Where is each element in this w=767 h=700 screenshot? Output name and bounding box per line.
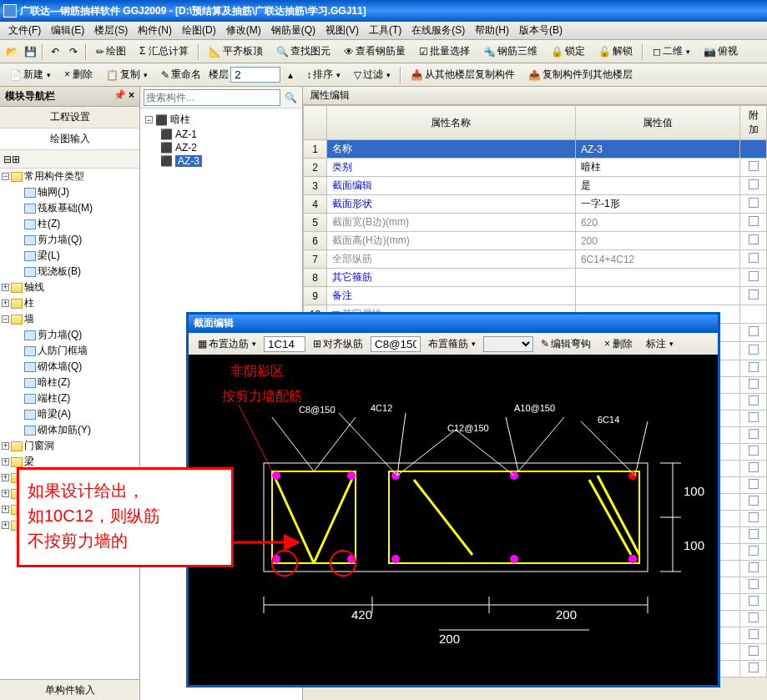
prop-row-9[interactable]: 9备注 — [304, 287, 767, 305]
redo-icon[interactable]: ↷ — [65, 43, 82, 60]
nav-section-single[interactable]: 单构件输入 — [0, 680, 139, 700]
tree-root[interactable]: −常用构件类型 — [0, 169, 139, 184]
instance-az1[interactable]: ⬛ AZ-1 — [144, 128, 299, 141]
expand-all-icon[interactable]: ⊟⊞ — [3, 154, 20, 165]
menu-edit[interactable]: 编辑(E) — [46, 22, 89, 39]
dim-100b: 100 — [684, 538, 704, 552]
tree-wall-endcolumn[interactable]: 端柱(Z) — [0, 390, 139, 406]
tree-cat-axis[interactable]: +轴线 — [0, 279, 139, 295]
tree-cat-wall[interactable]: −墙 — [0, 311, 139, 327]
rebar3d-button[interactable]: 🔩 钢筋三维 — [477, 42, 543, 61]
tree-item-slab[interactable]: 现浇板(B) — [0, 264, 139, 279]
prop-row-1[interactable]: 1名称AZ-3 — [304, 140, 767, 159]
prop-row-2[interactable]: 2类别暗柱 — [304, 159, 767, 177]
prop-row-6[interactable]: 6截面高(H边)(mm)200 — [304, 232, 767, 250]
copy-to-floor-button[interactable]: 📤 复制构件到其他楼层 — [522, 65, 638, 84]
copy-from-floor-button[interactable]: 📥 从其他楼层复制构件 — [405, 65, 521, 84]
menu-tools[interactable]: 工具(T) — [364, 22, 406, 39]
label-c12mid: C12@150 — [447, 423, 489, 433]
tree-item-grid[interactable]: 轴网(J) — [0, 184, 139, 200]
main-menubar: 文件(F) 编辑(E) 楼层(S) 构件(N) 绘图(D) 修改(M) 钢筋量(… — [0, 22, 767, 40]
floor-input[interactable] — [230, 67, 280, 83]
menu-floor[interactable]: 楼层(S) — [89, 22, 133, 39]
menu-version[interactable]: 版本号(B) — [514, 22, 568, 39]
menu-view[interactable]: 视图(V) — [320, 22, 364, 39]
floor-up-icon[interactable]: ▴ — [282, 67, 299, 83]
tree-item-column[interactable]: 柱(Z) — [0, 216, 139, 232]
instance-az2[interactable]: ⬛ AZ-2 — [144, 141, 299, 154]
svg-line-26 — [456, 430, 514, 476]
tree-item-raft[interactable]: 筏板基础(M) — [0, 200, 139, 216]
tree-wall-hiddenbeam[interactable]: 暗梁(A) — [0, 406, 139, 422]
label-a10: A10@150 — [514, 403, 555, 413]
tree-item-beam[interactable]: 梁(L) — [0, 248, 139, 264]
draw-button[interactable]: ✏ 绘图 — [90, 42, 132, 61]
align-rebar-input[interactable] — [371, 336, 421, 352]
dim-200: 200 — [556, 607, 577, 622]
view-rebar-button[interactable]: 👁 查看钢筋量 — [338, 42, 411, 61]
nav-section-engineering[interactable]: 工程设置 — [0, 107, 139, 128]
unlock-button[interactable]: 🔓 解锁 — [593, 42, 638, 61]
tree-wall-masonry[interactable]: 砌体墙(Q) — [0, 359, 139, 375]
svg-line-5 — [314, 471, 356, 563]
window-titlebar: 广联达—钢筋抽样软件 GGJ2009 - [D:\预结算及抽筋\广联达抽筋\学习… — [0, 0, 767, 22]
tree-wall-shear[interactable]: 剪力墙(Q) — [0, 327, 139, 343]
prop-row-4[interactable]: 4截面形状一字-1形 — [304, 195, 767, 214]
nav-section-draw[interactable]: 绘图输入 — [0, 128, 139, 150]
col-propname: 属性名称 — [327, 106, 576, 140]
new-button[interactable]: 📄 新建 — [3, 65, 57, 84]
search-input[interactable] — [144, 89, 280, 106]
pin-icon[interactable]: 📌 × — [114, 89, 134, 103]
svg-point-17 — [510, 555, 518, 563]
menu-component[interactable]: 构件(N) — [133, 22, 177, 39]
tree-item-shearwall[interactable]: 剪力墙(Q) — [0, 232, 139, 248]
edge-rebar-input[interactable] — [264, 336, 305, 352]
delete-button[interactable]: × 删除 — [58, 65, 98, 84]
find-button[interactable]: 🔍 查找图元 — [270, 42, 336, 61]
menu-draw[interactable]: 绘图(D) — [177, 22, 221, 39]
prop-row-7[interactable]: 7全部纵筋6C14+4C12 — [304, 250, 767, 269]
dim-100a: 100 — [684, 484, 704, 498]
lock-button[interactable]: 🔒 锁定 — [545, 42, 591, 61]
save-icon[interactable]: 💾 — [22, 43, 38, 60]
tree-wall-defense[interactable]: 人防门框墙 — [0, 343, 139, 359]
align-rebar-button[interactable]: ⊞ 对齐纵筋 — [307, 335, 369, 354]
tree-cat-column[interactable]: +柱 — [0, 295, 139, 311]
undo-icon[interactable]: ↶ — [47, 43, 63, 60]
filter-button[interactable]: ▽ 过滤 — [348, 65, 396, 84]
edit-hook-button[interactable]: ✎ 编辑弯钩 — [535, 335, 597, 354]
menu-file[interactable]: 文件(F) — [3, 22, 46, 39]
hoop-select[interactable] — [483, 336, 533, 352]
prop-row-5[interactable]: 5截面宽(B边)(mm)620 — [304, 214, 767, 232]
copy-button[interactable]: 📋 复制 — [100, 65, 154, 84]
menu-rebar[interactable]: 钢筋量(Q) — [266, 22, 320, 39]
tree-wall-masonryrebar[interactable]: 砌体加筋(Y) — [0, 422, 139, 438]
instance-root[interactable]: − ⬛ 暗柱 — [144, 112, 299, 128]
tree-wall-hiddencolumn[interactable]: 暗柱(Z) — [0, 375, 139, 390]
annotate-button[interactable]: 标注 — [640, 335, 679, 354]
se-delete-button[interactable]: × 删除 — [598, 335, 638, 354]
topview-button[interactable]: 📷 俯视 — [698, 42, 744, 61]
batch-select-button[interactable]: ☑ 批量选择 — [413, 42, 476, 61]
sort-button[interactable]: ↕ 排序 — [300, 65, 346, 84]
prop-row-3[interactable]: 3截面编辑是 — [304, 177, 767, 195]
search-icon[interactable]: 🔍 — [282, 89, 299, 106]
calc-button[interactable]: Σ 汇总计算 — [134, 42, 194, 61]
svg-line-7 — [589, 480, 631, 555]
instance-az3[interactable]: ⬛ AZ-3 — [144, 154, 299, 168]
edge-rebar-button[interactable]: ▦ 布置边筋 — [192, 335, 262, 354]
svg-line-0 — [239, 405, 272, 471]
menu-help[interactable]: 帮助(H) — [470, 22, 514, 39]
hoop-button[interactable]: 布置箍筋 — [422, 335, 482, 354]
open-icon[interactable]: 📂 — [3, 43, 20, 60]
flat-slab-button[interactable]: 📐 平齐板顶 — [203, 42, 269, 61]
view2d-dropdown[interactable]: ◻ 二维 — [647, 42, 696, 61]
tree-cat-opening[interactable]: +门窗洞 — [0, 438, 139, 454]
svg-point-10 — [347, 471, 356, 480]
property-tab[interactable]: 属性编辑 — [303, 87, 767, 105]
menu-modify[interactable]: 修改(M) — [221, 22, 266, 39]
menu-online[interactable]: 在线服务(S) — [406, 22, 470, 39]
rename-button[interactable]: ✎ 重命名 — [155, 65, 207, 84]
prop-row-8[interactable]: 8其它箍筋 — [304, 269, 767, 287]
red-annotation-box: 如果设计给出， 如10C12，则纵筋 不按剪力墙的 — [17, 467, 234, 567]
